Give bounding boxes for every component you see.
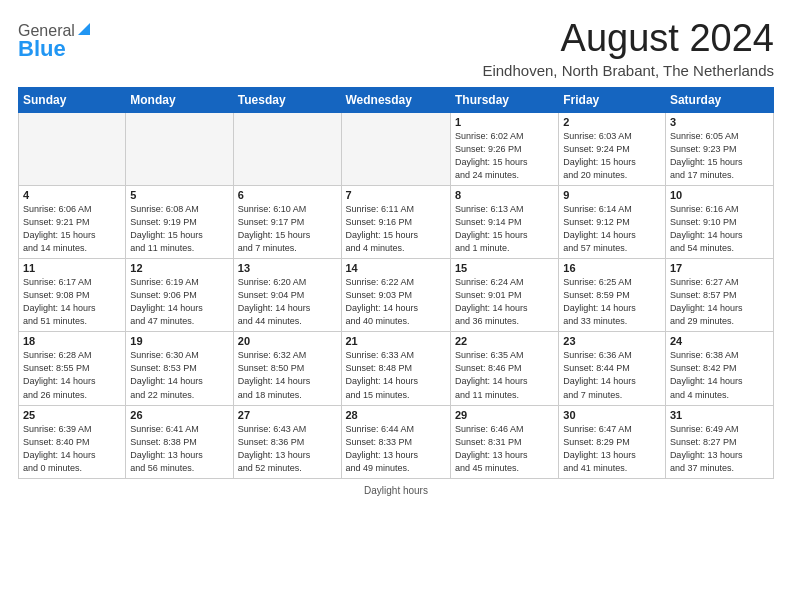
day-number: 26 [130, 409, 228, 421]
day-number: 6 [238, 189, 337, 201]
day-info: Sunrise: 6:13 AM Sunset: 9:14 PM Dayligh… [455, 203, 554, 255]
day-number: 19 [130, 335, 228, 347]
calendar-cell: 4Sunrise: 6:06 AM Sunset: 9:21 PM Daylig… [19, 185, 126, 258]
calendar-cell: 29Sunrise: 6:46 AM Sunset: 8:31 PM Dayli… [450, 405, 558, 478]
day-info: Sunrise: 6:05 AM Sunset: 9:23 PM Dayligh… [670, 130, 769, 182]
calendar-cell: 17Sunrise: 6:27 AM Sunset: 8:57 PM Dayli… [665, 259, 773, 332]
day-number: 13 [238, 262, 337, 274]
calendar-cell: 6Sunrise: 6:10 AM Sunset: 9:17 PM Daylig… [233, 185, 341, 258]
header: General Blue August 2024 Eindhoven, Nort… [18, 18, 774, 79]
weekday-header-tuesday: Tuesday [233, 87, 341, 112]
day-number: 8 [455, 189, 554, 201]
footer-note: Daylight hours [18, 485, 774, 496]
day-info: Sunrise: 6:44 AM Sunset: 8:33 PM Dayligh… [346, 423, 446, 475]
day-info: Sunrise: 6:10 AM Sunset: 9:17 PM Dayligh… [238, 203, 337, 255]
day-number: 22 [455, 335, 554, 347]
calendar-cell: 28Sunrise: 6:44 AM Sunset: 8:33 PM Dayli… [341, 405, 450, 478]
day-number: 15 [455, 262, 554, 274]
day-number: 29 [455, 409, 554, 421]
day-info: Sunrise: 6:16 AM Sunset: 9:10 PM Dayligh… [670, 203, 769, 255]
calendar-cell: 21Sunrise: 6:33 AM Sunset: 8:48 PM Dayli… [341, 332, 450, 405]
day-info: Sunrise: 6:14 AM Sunset: 9:12 PM Dayligh… [563, 203, 661, 255]
calendar-cell: 30Sunrise: 6:47 AM Sunset: 8:29 PM Dayli… [559, 405, 666, 478]
weekday-header-wednesday: Wednesday [341, 87, 450, 112]
day-info: Sunrise: 6:46 AM Sunset: 8:31 PM Dayligh… [455, 423, 554, 475]
day-info: Sunrise: 6:41 AM Sunset: 8:38 PM Dayligh… [130, 423, 228, 475]
calendar-cell: 13Sunrise: 6:20 AM Sunset: 9:04 PM Dayli… [233, 259, 341, 332]
calendar-cell: 8Sunrise: 6:13 AM Sunset: 9:14 PM Daylig… [450, 185, 558, 258]
day-info: Sunrise: 6:24 AM Sunset: 9:01 PM Dayligh… [455, 276, 554, 328]
calendar-week-row: 25Sunrise: 6:39 AM Sunset: 8:40 PM Dayli… [19, 405, 774, 478]
calendar-cell: 9Sunrise: 6:14 AM Sunset: 9:12 PM Daylig… [559, 185, 666, 258]
calendar-cell: 14Sunrise: 6:22 AM Sunset: 9:03 PM Dayli… [341, 259, 450, 332]
calendar-cell: 1Sunrise: 6:02 AM Sunset: 9:26 PM Daylig… [450, 112, 558, 185]
weekday-header-row: SundayMondayTuesdayWednesdayThursdayFrid… [19, 87, 774, 112]
day-info: Sunrise: 6:22 AM Sunset: 9:03 PM Dayligh… [346, 276, 446, 328]
svg-marker-0 [78, 23, 90, 35]
day-number: 4 [23, 189, 121, 201]
day-info: Sunrise: 6:28 AM Sunset: 8:55 PM Dayligh… [23, 349, 121, 401]
calendar-cell: 2Sunrise: 6:03 AM Sunset: 9:24 PM Daylig… [559, 112, 666, 185]
calendar-cell: 23Sunrise: 6:36 AM Sunset: 8:44 PM Dayli… [559, 332, 666, 405]
calendar-cell: 31Sunrise: 6:49 AM Sunset: 8:27 PM Dayli… [665, 405, 773, 478]
calendar-cell: 19Sunrise: 6:30 AM Sunset: 8:53 PM Dayli… [126, 332, 233, 405]
day-info: Sunrise: 6:11 AM Sunset: 9:16 PM Dayligh… [346, 203, 446, 255]
calendar-cell: 20Sunrise: 6:32 AM Sunset: 8:50 PM Dayli… [233, 332, 341, 405]
day-info: Sunrise: 6:38 AM Sunset: 8:42 PM Dayligh… [670, 349, 769, 401]
title-block: August 2024 Eindhoven, North Brabant, Th… [482, 18, 774, 79]
weekday-header-thursday: Thursday [450, 87, 558, 112]
day-info: Sunrise: 6:19 AM Sunset: 9:06 PM Dayligh… [130, 276, 228, 328]
day-info: Sunrise: 6:49 AM Sunset: 8:27 PM Dayligh… [670, 423, 769, 475]
calendar-page: General Blue August 2024 Eindhoven, Nort… [0, 0, 792, 506]
weekday-header-saturday: Saturday [665, 87, 773, 112]
day-number: 27 [238, 409, 337, 421]
day-info: Sunrise: 6:20 AM Sunset: 9:04 PM Dayligh… [238, 276, 337, 328]
day-info: Sunrise: 6:47 AM Sunset: 8:29 PM Dayligh… [563, 423, 661, 475]
location-title: Eindhoven, North Brabant, The Netherland… [482, 62, 774, 79]
calendar-table: SundayMondayTuesdayWednesdayThursdayFrid… [18, 87, 774, 479]
calendar-cell: 3Sunrise: 6:05 AM Sunset: 9:23 PM Daylig… [665, 112, 773, 185]
day-number: 17 [670, 262, 769, 274]
weekday-header-monday: Monday [126, 87, 233, 112]
day-info: Sunrise: 6:27 AM Sunset: 8:57 PM Dayligh… [670, 276, 769, 328]
calendar-week-row: 4Sunrise: 6:06 AM Sunset: 9:21 PM Daylig… [19, 185, 774, 258]
day-number: 25 [23, 409, 121, 421]
calendar-cell: 10Sunrise: 6:16 AM Sunset: 9:10 PM Dayli… [665, 185, 773, 258]
calendar-cell: 7Sunrise: 6:11 AM Sunset: 9:16 PM Daylig… [341, 185, 450, 258]
day-number: 28 [346, 409, 446, 421]
day-info: Sunrise: 6:35 AM Sunset: 8:46 PM Dayligh… [455, 349, 554, 401]
day-info: Sunrise: 6:03 AM Sunset: 9:24 PM Dayligh… [563, 130, 661, 182]
calendar-cell: 5Sunrise: 6:08 AM Sunset: 9:19 PM Daylig… [126, 185, 233, 258]
day-number: 7 [346, 189, 446, 201]
month-title: August 2024 [482, 18, 774, 60]
day-number: 11 [23, 262, 121, 274]
calendar-cell: 27Sunrise: 6:43 AM Sunset: 8:36 PM Dayli… [233, 405, 341, 478]
day-number: 30 [563, 409, 661, 421]
day-info: Sunrise: 6:33 AM Sunset: 8:48 PM Dayligh… [346, 349, 446, 401]
day-number: 24 [670, 335, 769, 347]
calendar-cell: 15Sunrise: 6:24 AM Sunset: 9:01 PM Dayli… [450, 259, 558, 332]
weekday-header-sunday: Sunday [19, 87, 126, 112]
day-number: 20 [238, 335, 337, 347]
day-number: 2 [563, 116, 661, 128]
day-number: 31 [670, 409, 769, 421]
calendar-cell: 16Sunrise: 6:25 AM Sunset: 8:59 PM Dayli… [559, 259, 666, 332]
day-info: Sunrise: 6:17 AM Sunset: 9:08 PM Dayligh… [23, 276, 121, 328]
day-info: Sunrise: 6:32 AM Sunset: 8:50 PM Dayligh… [238, 349, 337, 401]
day-info: Sunrise: 6:39 AM Sunset: 8:40 PM Dayligh… [23, 423, 121, 475]
calendar-cell [19, 112, 126, 185]
calendar-cell [233, 112, 341, 185]
logo-blue-text: Blue [18, 36, 66, 62]
calendar-cell: 18Sunrise: 6:28 AM Sunset: 8:55 PM Dayli… [19, 332, 126, 405]
day-number: 23 [563, 335, 661, 347]
calendar-cell: 26Sunrise: 6:41 AM Sunset: 8:38 PM Dayli… [126, 405, 233, 478]
day-number: 10 [670, 189, 769, 201]
day-info: Sunrise: 6:30 AM Sunset: 8:53 PM Dayligh… [130, 349, 228, 401]
day-number: 16 [563, 262, 661, 274]
day-info: Sunrise: 6:36 AM Sunset: 8:44 PM Dayligh… [563, 349, 661, 401]
calendar-cell: 25Sunrise: 6:39 AM Sunset: 8:40 PM Dayli… [19, 405, 126, 478]
day-number: 18 [23, 335, 121, 347]
calendar-week-row: 1Sunrise: 6:02 AM Sunset: 9:26 PM Daylig… [19, 112, 774, 185]
logo-triangle-icon [76, 21, 92, 37]
day-info: Sunrise: 6:43 AM Sunset: 8:36 PM Dayligh… [238, 423, 337, 475]
